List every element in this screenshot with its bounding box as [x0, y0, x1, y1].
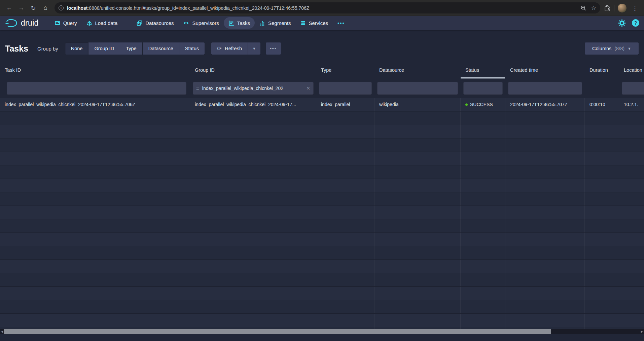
filter-input-type[interactable] [319, 82, 372, 95]
column-header-label: Status [465, 67, 479, 73]
druid-logo[interactable]: druid [5, 19, 40, 28]
nav-item-supervisors[interactable]: Supervisors [178, 17, 223, 29]
cell-duration [585, 192, 619, 206]
cell-location [619, 192, 644, 206]
browser-forward-icon[interactable]: → [16, 3, 26, 13]
cell-task_id [0, 233, 190, 246]
refresh-interval-dropdown-button[interactable]: ▼ [248, 42, 260, 55]
cell-status [461, 206, 505, 219]
cell-datasource [374, 112, 461, 125]
cell-type [316, 138, 374, 152]
nav-item-label: Segments [268, 20, 291, 26]
nav-item-load-data[interactable]: Load data [82, 17, 122, 29]
app-header: druid Query Load data Datasources Superv… [0, 16, 644, 30]
cell-task_id [0, 112, 190, 125]
nav-item-datasources[interactable]: Datasources [132, 17, 178, 29]
site-info-icon[interactable]: i [59, 5, 64, 10]
filter-input-datasource[interactable] [377, 82, 458, 95]
group-by-group-id-button[interactable]: Group ID [88, 42, 120, 55]
nav-item-label: Query [63, 20, 77, 26]
cell-location [619, 314, 644, 327]
columns-label: Columns [592, 46, 611, 51]
help-icon[interactable]: ? [632, 19, 639, 27]
cell-datasource [374, 125, 461, 138]
more-dots-icon: ••• [270, 46, 277, 51]
cell-task_id [0, 273, 190, 286]
url-host: localhost [67, 5, 87, 11]
cell-status [461, 287, 505, 300]
nav-item-services[interactable]: Services [296, 17, 333, 29]
group-by-datasource-button[interactable]: Datasource [143, 42, 179, 55]
table-filter-row: =index_parallel_wikipedia_chicnkei_202✕ [0, 79, 644, 98]
horizontal-scrollbar[interactable]: ◀ ▶ [0, 329, 644, 334]
extensions-icon[interactable] [604, 5, 611, 11]
scroll-right-icon[interactable]: ▶ [640, 329, 644, 334]
cell-task_id [0, 152, 190, 165]
settings-gear-icon[interactable] [618, 19, 626, 27]
more-actions-button[interactable]: ••• [266, 42, 281, 55]
url-text[interactable]: localhost:8888/unified-console.html#task… [67, 5, 577, 11]
browser-menu-icon[interactable]: ⋮ [630, 3, 640, 13]
cell-group_id [190, 233, 316, 246]
filter-input-status[interactable] [463, 82, 503, 95]
column-header-duration[interactable]: Duration [585, 63, 619, 79]
column-header-label: Duration [589, 67, 608, 73]
cell-datasource [374, 260, 461, 273]
cell-created_time [505, 300, 585, 313]
cell-group_id [190, 219, 316, 232]
filter-input-location[interactable] [622, 82, 644, 95]
address-bar[interactable]: i localhost:8888/unified-console.html#ta… [55, 2, 600, 13]
bookmark-star-icon[interactable]: ☆ [591, 4, 596, 11]
cell-created_time: 2024-09-17T12:46:55.707Z [505, 98, 585, 111]
browser-back-icon[interactable]: ← [4, 3, 14, 13]
tasks-toolbar: Tasks Group by None Group ID Type Dataso… [0, 30, 644, 63]
column-header-datasource[interactable]: Datasource [374, 63, 461, 79]
cell-type: index_parallel [316, 98, 374, 111]
cell-duration [585, 246, 619, 259]
group-by-none-button[interactable]: None [65, 42, 88, 55]
column-header-status[interactable]: Status [461, 63, 505, 79]
cell-location: 10.2.1. [619, 98, 644, 111]
cell-datasource [374, 300, 461, 313]
nav-item-query[interactable]: Query [50, 17, 82, 29]
cell-datasource [374, 246, 461, 259]
tasks-table: Task IDGroup IDTypeDatasourceStatusCreat… [0, 63, 644, 329]
cell-duration [585, 219, 619, 232]
brand-name: druid [21, 19, 39, 28]
profile-avatar[interactable] [618, 4, 627, 12]
group-by-status-button[interactable]: Status [179, 42, 205, 55]
filter-input-created_time[interactable] [508, 82, 582, 95]
cell-task_id [0, 192, 190, 206]
column-header-group_id[interactable]: Group ID [190, 63, 316, 79]
scrollbar-track[interactable] [551, 329, 640, 334]
columns-dropdown-button[interactable]: Columns (8/8) ▼ [585, 42, 639, 55]
cell-status [461, 273, 505, 286]
gantt-chart-icon [228, 20, 234, 26]
empty-row [0, 206, 644, 219]
refresh-button-group: ⟳ Refresh ▼ [211, 42, 260, 55]
browser-home-icon[interactable]: ⌂ [40, 3, 50, 13]
cell-group_id [190, 206, 316, 219]
zoom-icon[interactable] [580, 5, 586, 11]
column-header-created_time[interactable]: Created time [505, 63, 585, 79]
task-row[interactable]: index_parallel_wikipedia_chicnkei_2024-0… [0, 98, 644, 112]
column-header-type[interactable]: Type [316, 63, 374, 79]
filter-match-icon: = [196, 86, 199, 91]
column-header-location[interactable]: Location [619, 63, 644, 79]
clear-filter-icon[interactable]: ✕ [306, 86, 310, 91]
browser-reload-icon[interactable]: ↻ [28, 3, 38, 13]
group-by-type-button[interactable]: Type [120, 42, 142, 55]
more-dots-icon: ••• [337, 20, 345, 26]
cell-location [619, 219, 644, 232]
scroll-left-icon[interactable]: ◀ [0, 329, 4, 334]
filter-input-group_id[interactable]: =index_parallel_wikipedia_chicnkei_202✕ [193, 82, 314, 95]
nav-item-segments[interactable]: Segments [255, 17, 296, 29]
layers-icon [137, 20, 142, 26]
cell-created_time [505, 287, 585, 300]
scrollbar-thumb[interactable] [4, 329, 551, 334]
filter-input-task_id[interactable] [7, 82, 186, 95]
refresh-button[interactable]: ⟳ Refresh [211, 42, 248, 55]
nav-more-button[interactable]: ••• [333, 17, 350, 29]
nav-item-tasks[interactable]: Tasks [224, 17, 255, 29]
column-header-task_id[interactable]: Task ID [0, 63, 190, 79]
